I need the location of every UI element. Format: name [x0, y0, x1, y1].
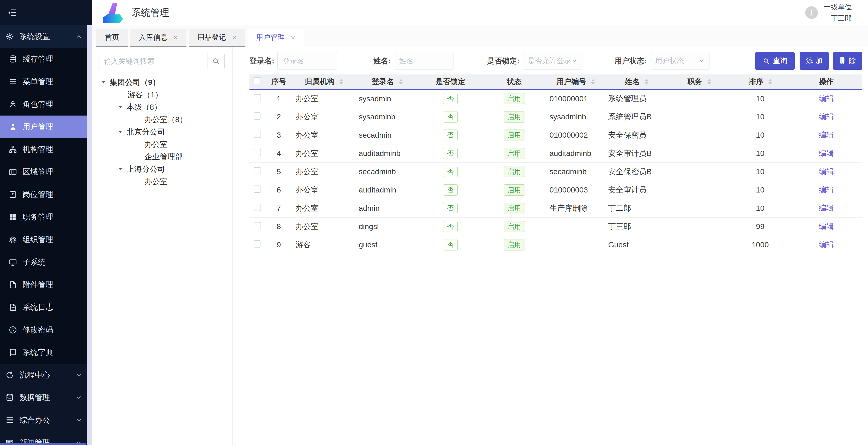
sort-control-icon[interactable]	[645, 79, 648, 85]
avatar[interactable]: 丁	[805, 6, 818, 19]
sidebar-section-system-settings[interactable]: 系统设置	[0, 25, 92, 48]
edit-link[interactable]: 编辑	[819, 167, 834, 176]
sidebar-item-group[interactable]: 组织管理	[0, 228, 92, 251]
sidebar-section-office[interactable]: 综合办公	[0, 409, 92, 432]
tab-bar: 首页 入库信息 × 用品登记 × 用户管理 ×	[92, 25, 868, 47]
sidebar-item-dictionary[interactable]: 系统字典	[0, 341, 92, 364]
sort-control-icon[interactable]	[399, 79, 403, 85]
cell-status: 启用	[482, 126, 546, 144]
name-filter-input[interactable]	[394, 52, 454, 70]
tree-node[interactable]: 北京分公司	[92, 126, 232, 138]
tab-close-icon[interactable]: ×	[174, 34, 178, 41]
locked-filter-select[interactable]: 是否允许登录	[523, 52, 582, 70]
column-header-name[interactable]: 姓名	[605, 74, 668, 89]
cell-order: 10	[730, 126, 790, 144]
sidebar-item-post[interactable]: 岗位管理	[0, 183, 92, 206]
cell-action: 编辑	[790, 181, 862, 199]
table-row: 8 办公室 dingsl 否 启用 丁三郎 99 编辑	[249, 217, 862, 235]
sidebar-section-news[interactable]: 新闻管理	[0, 432, 92, 445]
sidebar-section-process-center[interactable]: 流程中心	[0, 364, 92, 386]
tree-node[interactable]: 集团公司（9）	[92, 76, 232, 89]
row-checkbox[interactable]	[254, 204, 261, 211]
sort-control-icon[interactable]	[769, 79, 772, 85]
row-checkbox[interactable]	[254, 222, 261, 229]
column-header-user-no[interactable]: 用户编号	[546, 74, 605, 89]
tree-search-input[interactable]	[98, 53, 207, 69]
row-checkbox[interactable]	[254, 94, 261, 101]
query-button[interactable]: 查询	[755, 52, 795, 70]
row-checkbox[interactable]	[254, 167, 261, 174]
sidebar-vertical-scrollbar[interactable]	[87, 25, 92, 445]
tab-home[interactable]: 首页	[96, 29, 128, 47]
tree-search-button[interactable]	[207, 53, 224, 69]
login-filter-input[interactable]	[277, 52, 337, 70]
column-header-position[interactable]: 职务	[668, 74, 730, 89]
select-all-checkbox[interactable]	[254, 77, 261, 85]
edit-link[interactable]: 编辑	[819, 222, 834, 230]
edit-link[interactable]: 编辑	[819, 204, 834, 212]
edit-link[interactable]: 编辑	[819, 131, 834, 139]
sort-control-icon[interactable]	[340, 79, 343, 85]
sidebar-item-organization[interactable]: 机构管理	[0, 138, 92, 161]
status-filter-select[interactable]: 用户状态	[650, 52, 710, 70]
caret-down-icon[interactable]	[119, 131, 122, 133]
row-checkbox[interactable]	[254, 131, 261, 138]
tree-node[interactable]: 办公室	[92, 175, 232, 188]
status-badge: 启用	[504, 148, 525, 159]
caret-down-icon[interactable]	[119, 168, 122, 170]
sidebar-item-duty[interactable]: 职务管理	[0, 206, 92, 228]
sidebar-item-region[interactable]: 区域管理	[0, 161, 92, 183]
collapse-sidebar-icon[interactable]	[8, 8, 17, 18]
row-checkbox[interactable]	[254, 240, 261, 248]
tree-node[interactable]: 上海分公司	[92, 163, 232, 175]
tab-close-icon[interactable]: ×	[291, 34, 295, 41]
column-header-org[interactable]: 归属机构	[292, 74, 355, 89]
caret-down-icon[interactable]	[101, 81, 105, 84]
column-header-login[interactable]: 登录名	[355, 74, 419, 89]
sidebar-horizontal-scrollbar[interactable]	[0, 443, 86, 445]
tab-user-management[interactable]: 用户管理 ×	[247, 29, 304, 47]
tab-inbound-info[interactable]: 入库信息 ×	[130, 29, 186, 47]
tree-node[interactable]: 游客（1）	[92, 89, 232, 101]
sort-control-icon[interactable]	[708, 79, 711, 85]
sidebar-item-subsystem[interactable]: 子系统	[0, 251, 92, 274]
chevron-down-icon	[571, 58, 577, 64]
tree-node[interactable]: 办公室	[92, 138, 232, 151]
tree-node[interactable]: 企业管理部	[92, 151, 232, 163]
cell-action: 编辑	[790, 235, 862, 254]
row-checkbox[interactable]	[254, 186, 261, 193]
column-header-order[interactable]: 排序	[730, 74, 790, 89]
edit-link[interactable]: 编辑	[819, 149, 834, 157]
tie-icon	[8, 190, 17, 199]
row-checkbox[interactable]	[254, 149, 261, 156]
sidebar-item-role[interactable]: 角色管理	[0, 93, 92, 116]
locked-filter-label: 是否锁定:	[487, 56, 520, 66]
edit-link[interactable]: 编辑	[819, 186, 834, 194]
table-row: 4 办公室 auditadminb 否 启用 auditadminb 安全审计员…	[249, 144, 862, 162]
cell-org: 办公室	[292, 144, 355, 162]
sidebar-item-menu[interactable]: 菜单管理	[0, 70, 92, 93]
sidebar-section-data-management[interactable]: 数据管理	[0, 386, 92, 409]
cell-action: 编辑	[790, 144, 862, 162]
cell-order: 10	[730, 89, 790, 108]
caret-down-icon[interactable]	[119, 106, 122, 108]
sidebar-item-change-password[interactable]: R 修改密码	[0, 319, 92, 341]
sidebar-item-attachment[interactable]: 附件管理	[0, 274, 92, 296]
cell-org: 办公室	[292, 199, 355, 217]
row-checkbox[interactable]	[254, 113, 261, 120]
add-button[interactable]: 添 加	[800, 52, 829, 70]
tab-close-icon[interactable]: ×	[232, 34, 237, 41]
cell-user-no: auditadminb	[546, 144, 605, 162]
sort-control-icon[interactable]	[591, 79, 595, 85]
sidebar-item-syslog[interactable]: 系统日志	[0, 296, 92, 319]
delete-button[interactable]: 删 除	[833, 52, 862, 70]
tab-supplies-registration[interactable]: 用品登记 ×	[189, 29, 245, 47]
edit-link[interactable]: 编辑	[819, 240, 834, 249]
tree-node[interactable]: 办公室（8）	[92, 113, 232, 126]
edit-link[interactable]: 编辑	[819, 94, 834, 103]
cell-position	[668, 217, 730, 235]
edit-link[interactable]: 编辑	[819, 113, 834, 121]
sidebar-item-user-management[interactable]: 用户管理	[0, 116, 92, 138]
tree-node[interactable]: 本级（8）	[92, 101, 232, 113]
sidebar-item-cache[interactable]: 缓存管理	[0, 48, 92, 70]
